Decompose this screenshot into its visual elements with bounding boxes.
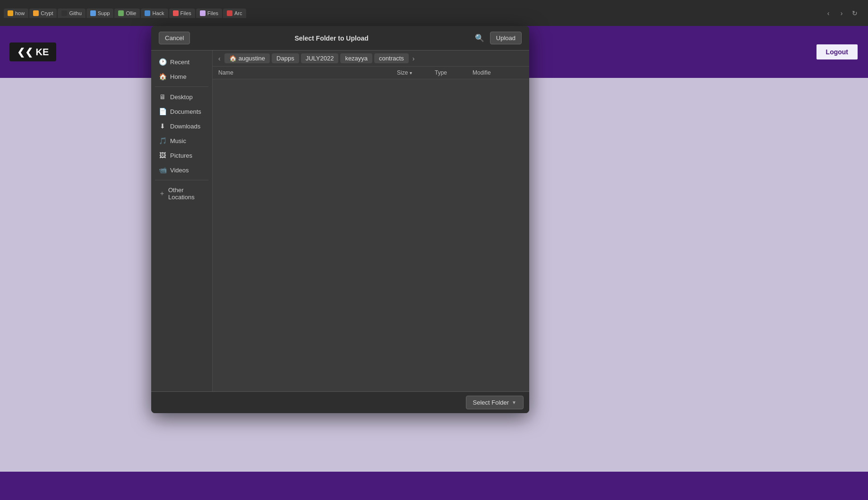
tab-label-ollie: Ollie [126,10,136,16]
sidebar-item-documents[interactable]: 📄 Documents [153,104,210,119]
sidebar-label-recent: Recent [170,59,189,66]
breadcrumb-augustine[interactable]: 🏠 augustine [224,53,270,63]
sidebar-label-videos: Videos [170,167,189,174]
tab-files2[interactable]: Files [196,8,222,18]
chevron-down-icon: ▼ [512,400,516,405]
size-sort-indicator: ▾ [410,70,412,76]
sidebar-item-pictures[interactable]: 🖼 Pictures [153,148,210,162]
tab-label-supp: Supp [98,10,110,16]
browser-navigation: ‹ › ↻ [819,8,864,19]
breadcrumb-july2022[interactable]: JULY2022 [301,53,339,63]
column-modified-header: Modifie [469,68,525,77]
sidebar-label-desktop: Desktop [170,93,193,101]
plus-icon: ＋ [159,189,165,198]
breadcrumb-label-july2022: JULY2022 [306,55,334,62]
tab-label-arc: Arc [234,10,242,16]
tab-icon-arc [227,10,232,16]
downloads-icon: ⬇ [159,122,166,130]
file-picker-dialog: Cancel Select Folder to Upload 🔍 Upload … [151,26,529,413]
header-actions: 🔍 Upload [473,32,522,44]
column-headers: Name Size ▾ Type Modifie [213,67,529,79]
tab-icon-hack [145,10,150,16]
sidebar: 🕐 Recent 🏠 Home 🖥 Desktop 📄 Documents ⬇ … [151,51,213,391]
refresh-button[interactable]: ↻ [849,8,860,19]
tab-icon-ollie [118,10,124,16]
breadcrumb-back-button[interactable]: ‹ [216,54,223,63]
column-type-header: Type [431,68,469,77]
breadcrumb-contracts[interactable]: contracts [374,53,409,63]
sidebar-item-other-locations[interactable]: ＋ Other Locations [153,183,210,204]
tab-how[interactable]: how [4,8,28,18]
sidebar-item-videos[interactable]: 📹 Videos [153,163,210,177]
tab-label-how: how [15,10,25,16]
breadcrumb-bar: ‹ 🏠 augustine Dapps JULY2022 kezayya con… [213,51,529,67]
tab-label-files2: Files [207,10,218,16]
tab-ollie[interactable]: Ollie [114,8,140,18]
tab-icon-supp [90,10,96,16]
music-icon: 🎵 [159,137,166,144]
tab-supp[interactable]: Supp [86,8,114,18]
tab-arc[interactable]: Arc [223,8,246,18]
videos-icon: 📹 [159,166,166,174]
tab-icon-how [8,10,13,16]
tab-label-github: Githu [69,10,81,16]
sidebar-label-home: Home [170,73,187,80]
tab-icon-crypt [33,10,39,16]
size-label: Size [397,69,408,76]
browser-tabs: how Crypt Githu Supp Ollie Hack Files F [4,8,817,18]
tab-label-crypt: Crypt [41,10,53,16]
breadcrumb-kezayya[interactable]: kezayya [340,53,372,63]
search-button[interactable]: 🔍 [473,32,486,44]
tab-label-hack: Hack [152,10,164,16]
file-list [213,79,529,391]
select-folder-button[interactable]: Select Folder ▼ [466,396,524,409]
main-area: ‹ 🏠 augustine Dapps JULY2022 kezayya con… [213,51,529,391]
website-logo: ❮❮ KE [9,42,56,61]
breadcrumb-label-augustine: augustine [239,55,265,62]
tab-icon-files1 [173,10,179,16]
dialog-body: 🕐 Recent 🏠 Home 🖥 Desktop 📄 Documents ⬇ … [151,51,529,391]
upload-button[interactable]: Upload [490,32,522,44]
tab-crypt[interactable]: Crypt [29,8,57,18]
forward-button[interactable]: › [836,8,847,19]
sidebar-label-pictures: Pictures [170,152,192,159]
sidebar-label-documents: Documents [170,108,201,115]
tab-files1[interactable]: Files [169,8,195,18]
tab-github[interactable]: Githu [58,8,85,18]
sidebar-item-downloads[interactable]: ⬇ Downloads [153,119,210,133]
browser-chrome: how Crypt Githu Supp Ollie Hack Files F [0,0,868,26]
website-footer [0,472,868,500]
select-folder-label: Select Folder [473,399,509,406]
column-size-header[interactable]: Size ▾ [393,68,431,77]
breadcrumb-label-contracts: contracts [379,55,404,62]
pictures-icon: 🖼 [159,152,166,159]
sidebar-item-recent[interactable]: 🕐 Recent [153,55,210,69]
sidebar-item-music[interactable]: 🎵 Music [153,134,210,148]
sidebar-item-home[interactable]: 🏠 Home [153,69,210,84]
tab-label-files1: Files [180,10,191,16]
breadcrumb-label-dapps: Dapps [276,55,294,62]
recent-icon: 🕐 [159,58,166,66]
dialog-footer: Select Folder ▼ [151,391,529,413]
breadcrumb-forward-button[interactable]: › [411,54,417,63]
desktop-icon: 🖥 [159,93,166,101]
sidebar-label-downloads: Downloads [170,123,200,130]
logout-button[interactable]: Logout [816,43,859,60]
tab-icon-github [61,10,67,16]
breadcrumb-dapps[interactable]: Dapps [272,53,299,63]
home-breadcrumb-icon: 🏠 [229,55,237,62]
home-icon: 🏠 [159,73,166,80]
dialog-header: Cancel Select Folder to Upload 🔍 Upload [151,26,529,51]
sidebar-divider [155,86,208,87]
sidebar-divider-2 [155,180,208,180]
back-button[interactable]: ‹ [823,8,834,19]
tab-hack[interactable]: Hack [141,8,168,18]
sidebar-item-desktop[interactable]: 🖥 Desktop [153,90,210,104]
sidebar-label-other-locations: Other Locations [168,186,205,201]
dialog-title: Select Folder to Upload [190,34,473,42]
tab-icon-files2 [200,10,206,16]
column-name-header: Name [216,68,393,77]
sidebar-label-music: Music [170,137,186,144]
breadcrumb-label-kezayya: kezayya [345,55,368,62]
cancel-button[interactable]: Cancel [159,32,190,44]
